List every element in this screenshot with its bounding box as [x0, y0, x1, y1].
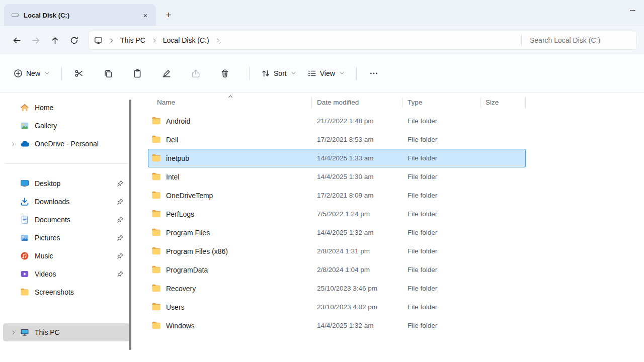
file-row-programdata[interactable]: ProgramData2/8/2024 1:04 pmFile folder [148, 260, 526, 279]
sort-button[interactable]: Sort [256, 64, 302, 83]
file-type: File folder [403, 285, 480, 292]
expand-chevron-icon[interactable] [9, 330, 17, 335]
forward-icon [32, 36, 40, 45]
copy-icon [104, 69, 113, 78]
tab-close-button[interactable]: × [139, 9, 152, 22]
sidebar-item-desktop[interactable]: Desktop [3, 174, 130, 193]
pin-icon [117, 198, 124, 205]
folder-icon [151, 116, 161, 126]
file-name: Users [166, 303, 185, 311]
refresh-icon [70, 36, 78, 45]
sidebar-item-home[interactable]: Home [3, 99, 130, 117]
sidebar-scrollbar-thumb[interactable] [129, 100, 131, 350]
view-button[interactable]: View [302, 64, 350, 83]
more-options-button[interactable] [363, 64, 385, 83]
forward-button[interactable] [26, 31, 45, 49]
file-row-onedrivetemp[interactable]: OneDriveTemp17/2/2021 8:09 amFile folder [148, 186, 526, 205]
videos-icon [20, 269, 29, 279]
file-row-users[interactable]: Users23/10/2023 4:02 pmFile folder [148, 298, 526, 316]
pin-icon [117, 270, 124, 278]
sidebar-item-onedrive-personal[interactable]: OneDrive - Personal [3, 135, 130, 153]
new-button[interactable]: New [8, 64, 55, 83]
column-header-size[interactable]: Size [480, 98, 526, 108]
rename-button[interactable] [155, 64, 178, 83]
sidebar-item-label: This PC [35, 328, 60, 336]
titlebar: Local Disk (C:) × + [0, 0, 644, 26]
column-header-date-modified[interactable]: Date modified [312, 98, 403, 108]
sidebar-item-documents[interactable]: Documents [3, 211, 130, 229]
file-row-android[interactable]: Android21/7/2022 1:48 pmFile folder [148, 112, 526, 130]
breadcrumb-this-pc[interactable]: This PC [118, 35, 147, 46]
paste-icon [133, 69, 142, 78]
explorer-tab[interactable]: Local Disk (C:) × [4, 4, 156, 26]
sidebar-item-label: Pictures [35, 234, 60, 242]
minimize-button[interactable] [621, 0, 644, 20]
file-list-pane: Name Date modified Type Size Android21/7… [133, 93, 644, 362]
rename-icon [162, 69, 171, 78]
file-row-program-files-x86[interactable]: Program Files (x86)2/8/2024 1:31 pmFile … [148, 242, 526, 260]
chevron-down-icon [291, 70, 296, 76]
chevron-right-icon[interactable] [151, 38, 157, 43]
command-toolbar: New Sort View [0, 54, 644, 93]
home-icon [20, 103, 29, 112]
cut-icon [74, 69, 84, 78]
sidebar-item-music[interactable]: Music [3, 247, 130, 265]
file-row-perflogs[interactable]: PerfLogs7/5/2022 1:24 pmFile folder [148, 205, 526, 223]
file-type: File folder [403, 192, 480, 199]
breadcrumb-local-disk-c[interactable]: Local Disk (C:) [161, 35, 211, 46]
expand-chevron-icon[interactable] [9, 141, 17, 147]
sidebar-item-pictures[interactable]: Pictures [3, 229, 130, 247]
file-name-cell: inetpub [148, 153, 312, 163]
pictures-icon [20, 233, 29, 242]
sort-button-label: Sort [274, 69, 287, 77]
chevron-right-icon[interactable] [215, 38, 221, 43]
file-row-intel[interactable]: Intel14/4/2025 1:30 amFile folder [148, 167, 526, 186]
refresh-button[interactable] [64, 31, 84, 49]
search-placeholder: Search Local Disk (C:) [530, 36, 600, 44]
file-name-cell: Windows [148, 321, 312, 330]
sidebar-item-label: Screenshots [35, 288, 74, 296]
file-name-cell: Recovery [148, 284, 312, 293]
sidebar-spacer [0, 301, 133, 323]
chevron-right-icon[interactable] [109, 38, 114, 43]
folder-icon [151, 172, 161, 182]
sidebar-item-videos[interactable]: Videos [3, 265, 130, 283]
pin-icon [117, 180, 124, 187]
share-button[interactable] [185, 64, 207, 83]
file-row-windows[interactable]: Windows14/4/2025 1:32 amFile folder [148, 316, 526, 335]
back-button[interactable] [7, 31, 26, 49]
column-header-type[interactable]: Type [403, 98, 480, 108]
file-row-dell[interactable]: Dell17/2/2021 8:53 amFile folder [148, 130, 526, 149]
onedrive-icon [20, 139, 29, 148]
file-date: 2/8/2024 1:31 pm [312, 247, 403, 255]
copy-button[interactable] [97, 64, 119, 83]
sidebar-item-label: Downloads [35, 198, 69, 206]
file-row-program-files[interactable]: Program Files14/4/2025 1:32 amFile folde… [148, 223, 526, 242]
sidebar-item-label: Gallery [35, 122, 57, 130]
folder-icon [151, 246, 161, 256]
sidebar-item-screenshots[interactable]: Screenshots [3, 283, 130, 301]
paste-button[interactable] [126, 64, 148, 83]
new-tab-button[interactable]: + [160, 7, 177, 24]
file-row-inetpub[interactable]: inetpub14/4/2025 1:33 amFile folder [148, 149, 526, 167]
sidebar-item-this-pc[interactable]: This PC [3, 323, 130, 341]
up-button[interactable] [45, 31, 64, 49]
file-name-cell: Android [148, 116, 312, 126]
sidebar-item-downloads[interactable]: Downloads [3, 193, 130, 211]
folder-icon [151, 135, 161, 144]
pin-icon [117, 234, 124, 241]
file-row-recovery[interactable]: Recovery25/10/2023 3:46 pmFile folder [148, 279, 526, 298]
sidebar: HomeGalleryOneDrive - PersonalDesktopDow… [0, 93, 133, 362]
column-header-row: Name Date modified Type Size [148, 94, 526, 112]
address-bar[interactable]: This PC Local Disk (C:) Search Local Dis… [89, 31, 637, 50]
sidebar-item-label: Music [35, 252, 53, 260]
sidebar-item-gallery[interactable]: Gallery [3, 117, 130, 135]
view-list-icon [307, 69, 316, 78]
breadcrumb: This PC Local Disk (C:) [89, 35, 521, 46]
search-input[interactable]: Search Local Disk (C:) [522, 31, 636, 49]
delete-button[interactable] [214, 64, 236, 83]
cut-button[interactable] [68, 64, 90, 83]
file-date: 7/5/2022 1:24 pm [312, 210, 403, 218]
file-name: ProgramData [166, 266, 208, 274]
file-type: File folder [403, 247, 480, 255]
